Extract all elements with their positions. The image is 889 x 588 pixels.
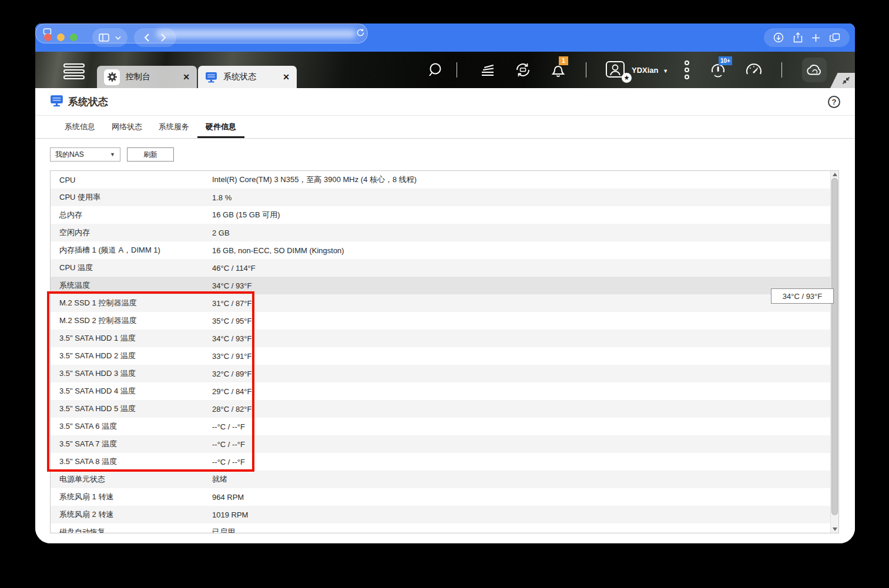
- notification-bell-icon[interactable]: 1: [548, 60, 568, 80]
- table-row[interactable]: 系统温度 34°C / 93°F: [51, 277, 838, 294]
- row-value: 2 GB: [212, 229, 230, 237]
- tab-system-info[interactable]: 系统信息: [56, 122, 103, 138]
- row-label: CPU: [51, 176, 212, 184]
- window-controls: [44, 33, 78, 41]
- row-value: 31°C / 87°F: [212, 299, 251, 308]
- row-label: 3.5" SATA HDD 2 温度: [51, 351, 212, 361]
- table-row[interactable]: 3.5" SATA HDD 2 温度 33°C / 91°F: [51, 347, 838, 365]
- table-row[interactable]: 总内存 16 GB (15 GB 可用): [51, 206, 838, 224]
- more-options-icon[interactable]: [685, 61, 689, 82]
- row-value: --°C / --°F: [212, 422, 245, 431]
- row-value: 46°C / 114°F: [212, 264, 256, 273]
- qts-top-bar: 控制台 ✕ 系统状态 ✕: [35, 52, 855, 88]
- share-icon[interactable]: [793, 32, 803, 43]
- table-row[interactable]: M.2 SSD 2 控制器温度 35°C / 95°F: [51, 312, 838, 330]
- vertical-scrollbar[interactable]: [830, 171, 838, 533]
- tab-network-status[interactable]: 网络状态: [103, 122, 150, 138]
- app-tab-label: 系统状态: [223, 72, 256, 82]
- row-label: 总内存: [51, 210, 212, 220]
- row-label: 3.5" SATA HDD 1 温度: [51, 333, 212, 344]
- nas-selector-dropdown[interactable]: 我的NAS ▼: [50, 147, 120, 162]
- table-row[interactable]: 空闲内存 2 GB: [51, 224, 838, 241]
- row-label: M.2 SSD 2 控制器温度: [51, 315, 212, 326]
- table-row[interactable]: 系统风扇 1 转速 964 RPM: [51, 488, 838, 506]
- nas-selector-value: 我的NAS: [55, 150, 84, 160]
- hide-desktop-icon[interactable]: [830, 73, 855, 88]
- scrollbar-thumb[interactable]: [831, 178, 838, 515]
- scroll-up-button[interactable]: [831, 171, 838, 178]
- row-value: 32°C / 89°F: [212, 369, 251, 378]
- close-icon[interactable]: ✕: [183, 72, 190, 82]
- address-bar[interactable]: [35, 23, 368, 43]
- reload-icon[interactable]: [356, 28, 365, 39]
- table-rows: CPU Intel(R) Core(TM) 3 N355，至高 3900 MHz…: [51, 171, 838, 533]
- scroll-down-button[interactable]: [831, 526, 838, 533]
- row-label: 电源单元状态: [51, 474, 212, 485]
- row-label: 系统风扇 1 转速: [51, 492, 212, 502]
- app-tab-system-status[interactable]: 系统状态 ✕: [198, 66, 297, 88]
- star-badge-icon: ★: [622, 73, 632, 83]
- table-row[interactable]: 3.5" SATA 6 温度 --°C / --°F: [51, 418, 838, 435]
- table-row[interactable]: 3.5" SATA HDD 4 温度 29°C / 84°F: [51, 382, 838, 400]
- close-window-button[interactable]: [44, 33, 52, 41]
- tab-system-service[interactable]: 系统服务: [150, 122, 197, 138]
- row-value: 29°C / 84°F: [212, 387, 251, 396]
- table-row[interactable]: 电源单元状态 就绪: [51, 471, 838, 488]
- zoom-window-button[interactable]: [70, 33, 78, 41]
- table-row[interactable]: 内存插槽 1 (频道 A，DIMM 1) 16 GB, non-ECC, SO …: [51, 241, 838, 259]
- download-icon[interactable]: [773, 32, 784, 43]
- table-row[interactable]: M.2 SSD 1 控制器温度 31°C / 87°F: [51, 294, 838, 312]
- help-icon[interactable]: ?: [828, 96, 840, 108]
- row-label: 3.5" SATA HDD 4 温度: [51, 386, 212, 397]
- app-tab-control-panel[interactable]: 控制台 ✕: [97, 66, 197, 88]
- controls-row: 我的NAS ▼ 刷新: [50, 147, 174, 162]
- hardware-info-table: CPU Intel(R) Core(TM) 3 N355，至高 3900 MHz…: [50, 170, 839, 533]
- table-row[interactable]: CPU 温度 46°C / 114°F: [51, 259, 838, 277]
- myqnapcloud-icon[interactable]: [802, 58, 827, 82]
- new-tab-icon[interactable]: [811, 33, 820, 42]
- tab-overview-icon[interactable]: [830, 33, 840, 42]
- table-row[interactable]: 3.5" SATA HDD 1 温度 34°C / 93°F: [51, 330, 838, 347]
- toolbar-right-group: [764, 28, 850, 47]
- chevron-down-icon[interactable]: [115, 36, 121, 40]
- row-value: --°C / --°F: [212, 440, 245, 449]
- user-avatar-icon[interactable]: ★: [602, 60, 628, 80]
- app-tab-label: 控制台: [126, 72, 150, 82]
- browser-window: 控制台 ✕ 系统状态 ✕: [35, 23, 855, 543]
- table-row[interactable]: 3.5" SATA HDD 3 温度 32°C / 89°F: [51, 365, 838, 382]
- main-menu-icon[interactable]: [63, 63, 85, 81]
- back-button[interactable]: [144, 33, 150, 42]
- divider: [457, 62, 457, 78]
- row-value: 16 GB, non-ECC, SO DIMM (Kingston): [212, 246, 344, 255]
- row-value: 1019 RPM: [212, 510, 248, 519]
- row-value: 16 GB (15 GB 可用): [212, 210, 280, 220]
- row-label: 空闲内存: [51, 227, 212, 238]
- sync-backup-icon[interactable]: [513, 60, 533, 80]
- table-row[interactable]: 系统风扇 2 转速 1019 RPM: [51, 506, 838, 523]
- temperature-tooltip: 34°C / 93°F: [771, 288, 834, 304]
- table-row[interactable]: CPU Intel(R) Core(TM) 3 N355，至高 3900 MHz…: [51, 171, 838, 189]
- table-row[interactable]: 3.5" SATA 7 温度 --°C / --°F: [51, 435, 838, 453]
- row-label: CPU 使用率: [51, 192, 212, 203]
- row-label: 3.5" SATA 6 温度: [51, 421, 212, 432]
- tab-hardware-info[interactable]: 硬件信息: [197, 122, 244, 138]
- row-value: 已启用: [212, 527, 235, 533]
- row-label: 3.5" SATA 7 温度: [51, 439, 212, 449]
- search-icon[interactable]: [425, 60, 445, 80]
- table-row[interactable]: 3.5" SATA 8 温度 --°C / --°F: [51, 453, 838, 471]
- minimize-window-button[interactable]: [57, 33, 65, 41]
- page-header: 系统状态 ?: [35, 88, 855, 116]
- close-icon[interactable]: ✕: [283, 72, 290, 82]
- user-menu[interactable]: YDXian ▼: [632, 66, 668, 75]
- caret-down-icon: ▼: [663, 68, 668, 74]
- event-log-icon[interactable]: [478, 60, 498, 80]
- table-row[interactable]: 磁盘自动恢复 已启用: [51, 523, 838, 533]
- table-row[interactable]: CPU 使用率 1.8 %: [51, 189, 838, 206]
- refresh-button[interactable]: 刷新: [127, 147, 174, 162]
- row-label: 内存插槽 1 (频道 A，DIMM 1): [51, 245, 212, 256]
- table-row[interactable]: 3.5" SATA HDD 5 温度 28°C / 82°F: [51, 400, 838, 418]
- background-tasks-icon[interactable]: 10+: [708, 60, 728, 80]
- resource-monitor-icon[interactable]: [744, 60, 764, 80]
- sidebar-icon[interactable]: [99, 33, 109, 42]
- row-label: M.2 SSD 1 控制器温度: [51, 298, 212, 308]
